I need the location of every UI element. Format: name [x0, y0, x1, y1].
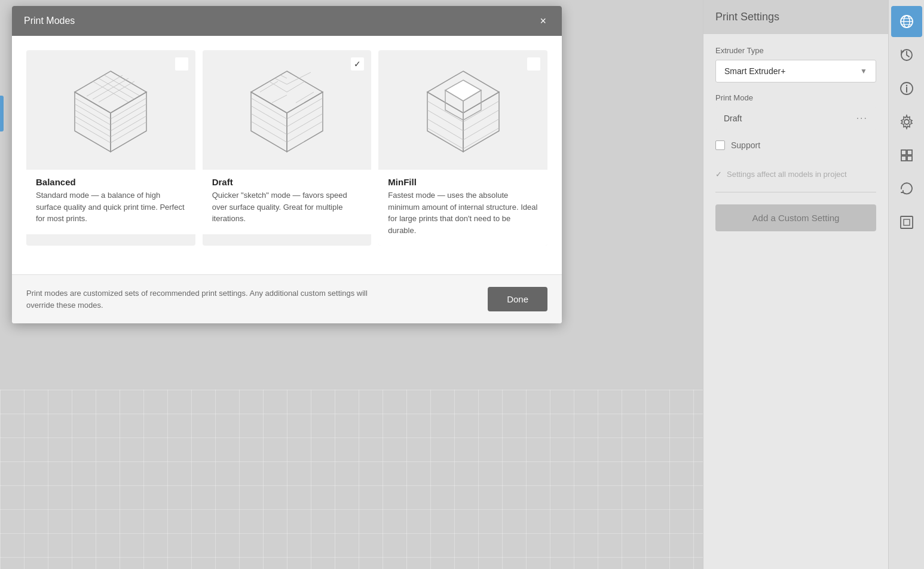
- sidebar-settings-button[interactable]: [891, 106, 922, 137]
- modal-footer: Print modes are customized sets of recom…: [12, 274, 562, 323]
- minfill-description: Fastest mode — uses the absolute minimum…: [378, 189, 547, 236]
- print-settings-body: Extruder Type Smart Extruder+ ▼ Print Mo…: [703, 34, 888, 243]
- mode-cards-container: Balanced Standard mode — a balance of hi…: [26, 50, 547, 246]
- print-mode-value: Draft: [724, 114, 742, 123]
- sidebar-layers-button[interactable]: [891, 140, 922, 171]
- minfill-checkbox[interactable]: [527, 57, 540, 71]
- svg-rect-65: [907, 156, 912, 161]
- balanced-checkbox[interactable]: [175, 57, 188, 71]
- sidebar-refresh-button[interactable]: [891, 173, 922, 204]
- svg-point-60: [905, 85, 907, 86]
- refresh-icon: [899, 181, 914, 197]
- svg-line-37: [251, 121, 287, 142]
- modal-body: Balanced Standard mode — a balance of hi…: [12, 36, 562, 274]
- svg-point-61: [904, 120, 909, 124]
- svg-line-50: [463, 119, 499, 140]
- settings-affect-text: Settings affect all models in project: [727, 169, 847, 180]
- draft-description: Quicker "sketch" mode — favors speed ove…: [203, 189, 372, 225]
- expand-icon: [899, 215, 914, 230]
- modal-close-button[interactable]: ×: [536, 14, 550, 27]
- extruder-chevron-icon: ▼: [860, 67, 867, 75]
- svg-rect-62: [901, 150, 906, 155]
- svg-line-6: [99, 81, 134, 102]
- draft-card-info: Draft Quicker "sketch" mode — favors spe…: [203, 170, 372, 234]
- history-icon: [899, 47, 914, 63]
- svg-line-45: [427, 110, 463, 131]
- svg-line-15: [75, 104, 111, 125]
- done-button[interactable]: Done: [488, 287, 547, 311]
- balanced-card-image: [26, 50, 195, 170]
- info-icon: [899, 81, 914, 96]
- draft-mode-card[interactable]: ✓ Draft Quicker "sketch" mode — favors s…: [203, 50, 372, 246]
- gear-icon: [899, 114, 914, 130]
- extruder-type-label: Extruder Type: [715, 46, 876, 55]
- svg-line-9: [111, 104, 146, 125]
- svg-line-36: [251, 114, 287, 134]
- balanced-card-info: Balanced Standard mode — a balance of hi…: [26, 170, 195, 234]
- draft-cube-illustration: [239, 62, 335, 158]
- support-row: Support: [715, 140, 876, 160]
- draft-title: Draft: [203, 170, 372, 189]
- svg-rect-63: [907, 150, 912, 155]
- svg-line-10: [111, 110, 146, 131]
- balanced-mode-card[interactable]: Balanced Standard mode — a balance of hi…: [26, 50, 195, 246]
- draft-checkbox[interactable]: ✓: [351, 57, 364, 71]
- layers-icon: [899, 148, 914, 163]
- svg-line-32: [287, 121, 323, 142]
- minfill-card-info: MinFill Fastest mode — uses the absolute…: [378, 170, 547, 246]
- settings-affect-row: ✓ Settings affect all models in project: [715, 169, 876, 192]
- add-custom-setting-button[interactable]: Add a Custom Setting: [715, 204, 876, 231]
- svg-line-18: [75, 122, 111, 143]
- support-checkbox[interactable]: [715, 140, 725, 150]
- svg-rect-64: [901, 156, 906, 161]
- svg-marker-0: [75, 71, 146, 113]
- draft-card-image: ✓: [203, 50, 372, 170]
- sidebar-expand-button[interactable]: [891, 207, 922, 238]
- svg-line-8: [111, 98, 146, 119]
- svg-line-46: [427, 119, 463, 140]
- svg-line-31: [287, 114, 323, 134]
- svg-line-51: [463, 128, 499, 149]
- minfill-cube-illustration: [415, 62, 511, 158]
- modal-title: Print Modes: [24, 16, 75, 26]
- svg-rect-66: [901, 216, 913, 228]
- svg-marker-41: [445, 80, 481, 101]
- balanced-description: Standard mode — a balance of high surfac…: [26, 189, 195, 225]
- modal-header: Print Modes ×: [12, 6, 562, 36]
- globe-icon: [899, 14, 914, 29]
- print-mode-select[interactable]: Draft ···: [715, 107, 876, 130]
- settings-affect-checkmark-icon: ✓: [715, 170, 722, 179]
- print-settings-header: Print Settings: [703, 0, 888, 34]
- left-accent: [0, 96, 4, 131]
- svg-line-4: [87, 75, 123, 96]
- balanced-title: Balanced: [26, 170, 195, 189]
- svg-line-1: [93, 81, 128, 102]
- svg-line-47: [427, 128, 463, 149]
- print-mode-label: Print Mode: [715, 93, 876, 102]
- svg-line-14: [75, 98, 111, 119]
- sidebar-info-button[interactable]: [891, 73, 922, 104]
- balanced-cube-illustration: [63, 62, 158, 158]
- extruder-type-value: Smart Extruder+: [724, 66, 785, 76]
- svg-line-16: [75, 110, 111, 131]
- svg-line-49: [463, 110, 499, 131]
- minfill-card-image: [378, 50, 547, 170]
- print-settings-title: Print Settings: [715, 11, 779, 23]
- extruder-type-select[interactable]: Smart Extruder+ ▼: [715, 60, 876, 82]
- svg-line-12: [111, 122, 146, 143]
- support-label: Support: [731, 140, 760, 150]
- minfill-title: MinFill: [378, 170, 547, 189]
- print-mode-more-icon: ···: [856, 113, 868, 124]
- minfill-mode-card[interactable]: MinFill Fastest mode — uses the absolute…: [378, 50, 547, 246]
- svg-rect-67: [904, 219, 910, 225]
- print-settings-panel: Print Settings Extruder Type Smart Extru…: [703, 0, 888, 569]
- print-modes-modal: Print Modes ×: [12, 6, 562, 323]
- svg-line-5: [93, 78, 128, 99]
- footer-note: Print modes are customized sets of recom…: [26, 287, 397, 311]
- right-sidebar: [888, 0, 924, 569]
- sidebar-history-button[interactable]: [891, 39, 922, 71]
- sidebar-globe-button[interactable]: [891, 6, 922, 37]
